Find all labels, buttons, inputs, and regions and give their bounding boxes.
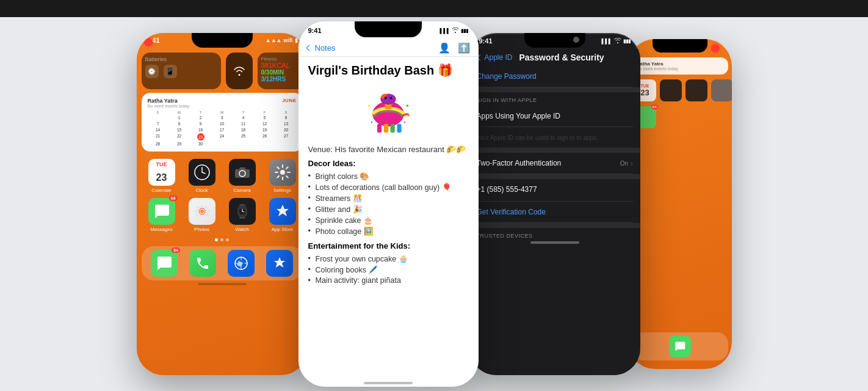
partial-settings-app	[711, 79, 732, 101]
change-password-label: Change Password	[477, 72, 633, 81]
photos-app[interactable]: Photos	[184, 198, 220, 232]
calendar-app[interactable]: TUE 23 Calendar	[144, 159, 179, 193]
svg-point-26	[368, 104, 371, 107]
two-factor-value: On	[620, 160, 628, 167]
camera-app-label: Camera	[233, 188, 250, 193]
clock-app-icon[interactable]	[189, 159, 215, 186]
dock: 64	[142, 246, 303, 280]
cal-d28: 28	[148, 141, 168, 147]
divider-4	[469, 223, 640, 228]
page-dot-1	[215, 238, 218, 241]
partial-cal-widget: Ratha Yatra No more events today	[632, 57, 728, 75]
cal-d10: 10	[212, 121, 233, 126]
cal-d25: 25	[233, 133, 254, 141]
cal-d21: 21	[148, 133, 168, 141]
cal-d18: 18	[233, 127, 254, 133]
sign-in-header: SIGN IN WITH APPLE	[469, 92, 640, 106]
calendar-app-label: Calendar	[151, 188, 171, 193]
settings-app[interactable]: Settings	[265, 159, 300, 193]
dock-messages-badge: 64	[172, 247, 180, 253]
trusted-devices-header: TRUSTED DEVICES	[469, 228, 640, 241]
apps-using-item[interactable]: Apps Using Your Apple ID	[477, 106, 633, 127]
notes-venue: Venue: His favorite Mexican restaurant 🌮…	[308, 145, 469, 154]
entertainment-item-2: Main activity: giant piñata	[308, 275, 469, 285]
notes-back-label: Notes	[315, 43, 336, 53]
calendar-app-icon[interactable]: TUE 23	[148, 159, 175, 186]
phone-number-section: +1 (585) 555-4377 Get Verification Code	[469, 179, 640, 223]
decor-item-1: Lots of decorations (call balloon guy) 🎈	[308, 181, 469, 192]
day-w: W	[212, 111, 233, 114]
partial-app-grid: TUE 23	[632, 78, 728, 103]
dock-appstore[interactable]	[266, 250, 293, 277]
cal-today[interactable]: 23	[197, 133, 204, 141]
camera-app-icon[interactable]	[229, 159, 256, 186]
dock-messages[interactable]: 64	[151, 250, 178, 277]
appstore-app[interactable]: App Store	[265, 198, 300, 232]
day-f: F	[255, 111, 275, 114]
decor-item-0: Bright colors 🎨	[308, 170, 469, 181]
phone3-settings: 9:41 ▌▌▌ ▮▮▮ Apple ID Password & Secu	[469, 33, 640, 375]
phone-battery: 📱	[164, 65, 177, 78]
two-factor-label: Two-Factor Authentication	[477, 159, 562, 167]
settings-navbar: Apple ID Password & Security	[469, 49, 640, 66]
cal-d5: 5	[255, 115, 275, 120]
notch-2	[355, 21, 422, 37]
cal-d30: 30	[190, 141, 211, 147]
appstore-app-icon[interactable]	[269, 198, 296, 225]
clock-app[interactable]: Clock	[184, 159, 220, 193]
person-icon[interactable]: 👤	[438, 42, 450, 54]
notes-back-button[interactable]: Notes	[307, 43, 336, 53]
svg-line-2	[202, 172, 205, 174]
dock-safari[interactable]	[228, 250, 255, 277]
home-indicator-2	[364, 382, 413, 384]
apps-using-section: Apps Using Your Apple ID Your Apple ID c…	[469, 106, 640, 148]
settings-app-icon[interactable]	[269, 159, 296, 186]
phone2-notes: 9:41 i ▌▌▌ ▮▮▮ Notes	[298, 21, 479, 387]
decor-item-5: Photo collage 🖼️	[308, 225, 469, 236]
cal-d17: 17	[212, 127, 233, 133]
partial-dock-messages	[669, 335, 691, 357]
page-dots	[137, 236, 308, 244]
camera-app[interactable]: Camera	[225, 159, 260, 193]
svg-rect-5	[239, 167, 245, 170]
decor-item-2: Streamers 🎊	[308, 192, 469, 203]
settings-app-label: Settings	[273, 188, 291, 193]
day-s2: S	[276, 111, 297, 114]
messages-app[interactable]: 64 Messages	[144, 198, 179, 232]
phone1-home: 9:41 ▲▲▲ wifi ▮ Batteries	[137, 33, 308, 375]
share-icon[interactable]: ⬆️	[458, 42, 470, 54]
record-dot	[144, 38, 153, 46]
watch-app[interactable]: Watch	[225, 198, 260, 232]
change-password-item[interactable]: Change Password	[477, 66, 633, 87]
watch-app-icon[interactable]	[229, 198, 256, 225]
appstore-app-label: App Store	[272, 227, 294, 232]
cal-d7: 7	[148, 121, 168, 126]
svg-rect-24	[391, 124, 395, 133]
decor-section-header: Decor Ideas:	[308, 159, 469, 168]
event-name: Ratha Yatra	[148, 98, 189, 104]
calendar-widget[interactable]: Ratha Yatra No more events today JUNE S …	[142, 93, 303, 152]
two-factor-section: Two-Factor Authentication On ›	[469, 153, 640, 174]
cal-month: JUNE	[282, 98, 296, 103]
svg-point-27	[407, 104, 409, 107]
two-factor-item[interactable]: Two-Factor Authentication On ›	[477, 153, 633, 174]
partial-app-grid-2: 64	[632, 103, 728, 128]
notes-content: Virgil's Birthday Bash 🎁	[298, 57, 479, 379]
phone-number-label: +1 (585) 555-4377	[477, 185, 633, 194]
cal-grid: S M T W T F S 1 2 3 4	[148, 111, 297, 147]
get-verification-item[interactable]: Get Verification Code	[477, 202, 633, 223]
cal-d29: 29	[169, 141, 190, 147]
cal-d0	[148, 115, 168, 120]
svg-point-21	[390, 97, 392, 100]
notch	[192, 33, 253, 48]
svg-point-29	[404, 122, 406, 123]
partial-clock-app	[660, 79, 682, 101]
messages-app-icon[interactable]: 64	[148, 198, 175, 225]
photos-app-label: Photos	[194, 227, 209, 232]
dock-phone[interactable]	[189, 250, 216, 277]
entertainment-item-1: Coloring books 🖊️	[308, 264, 469, 275]
page-dot-2	[220, 238, 223, 241]
photos-app-icon[interactable]	[189, 198, 215, 225]
cal-d3: 3	[212, 115, 233, 120]
batteries-label: Batteries	[145, 56, 217, 62]
